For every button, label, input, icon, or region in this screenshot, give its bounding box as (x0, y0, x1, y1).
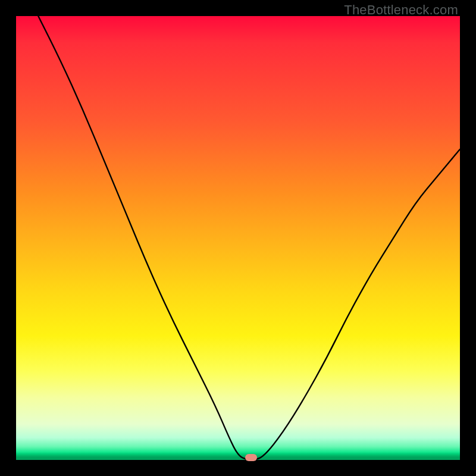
chart-frame: TheBottleneck.com (0, 0, 476, 476)
optimum-marker (245, 454, 257, 461)
plot-area (16, 16, 460, 460)
bottleneck-curve (16, 16, 460, 460)
